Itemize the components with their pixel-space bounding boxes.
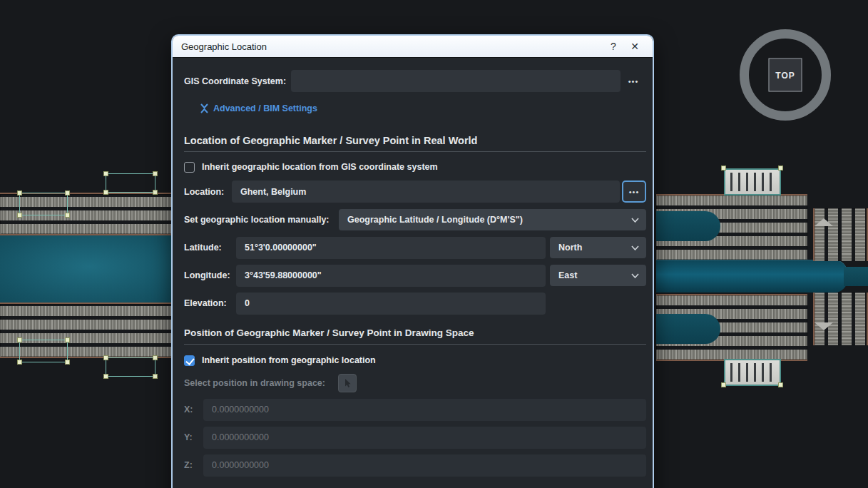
selection-frame — [19, 340, 68, 362]
view-cube-top-face[interactable]: TOP — [769, 59, 802, 92]
inherit-geographic-location-checkbox[interactable] — [184, 162, 195, 173]
location-label: Location: — [184, 187, 232, 197]
pick-position-button[interactable] — [338, 374, 357, 392]
ellipsis-icon: ••• — [629, 188, 640, 196]
z-input — [203, 454, 646, 477]
dialog-titlebar[interactable]: Geographic Location ? ✕ — [173, 36, 653, 57]
z-label: Z: — [184, 460, 203, 470]
ladder-block — [724, 359, 781, 386]
longitude-hemisphere-dropdown[interactable]: East — [550, 265, 646, 286]
y-input — [203, 427, 646, 449]
advanced-bim-settings-label: Advanced / BIM Settings — [213, 103, 317, 113]
select-position-label: Select position in drawing space: — [184, 378, 332, 388]
manual-location-value: Geographic Latitude / Longitude (D°M'S") — [347, 215, 626, 225]
section-divider — [184, 151, 646, 152]
chevron-down-icon — [631, 245, 639, 250]
selection-frame — [106, 173, 155, 193]
water-patch — [656, 211, 720, 241]
close-button[interactable]: ✕ — [624, 38, 645, 55]
cursor-icon — [343, 378, 352, 388]
x-input — [203, 399, 646, 421]
side-truss — [813, 293, 868, 345]
x-label: X: — [184, 405, 203, 415]
location-browse-button[interactable]: ••• — [622, 181, 646, 203]
side-truss — [813, 208, 868, 261]
elevation-label: Elevation: — [184, 298, 236, 308]
view-cube[interactable]: TOP — [740, 29, 831, 121]
real-world-section-heading: Location of Geographic Marker / Survey P… — [184, 135, 646, 146]
water-patch — [656, 314, 720, 344]
geographic-location-dialog: Geographic Location ? ✕ GIS Coordinate S… — [171, 34, 654, 488]
help-button[interactable]: ? — [603, 38, 624, 55]
arrow-marker-down — [815, 322, 833, 330]
selection-frame — [106, 357, 155, 377]
selection-frame — [19, 193, 68, 215]
gis-browse-button[interactable]: ••• — [621, 70, 646, 92]
dialog-body: GIS Coordinate System: ••• Advanced / BI… — [173, 57, 653, 488]
latitude-label: Latitude: — [184, 243, 236, 253]
inherit-position-checkbox[interactable] — [184, 355, 195, 366]
lock-deck — [656, 260, 847, 293]
arrow-marker-up — [815, 218, 833, 226]
collapse-icon — [200, 103, 209, 113]
inherit-geographic-location-label: Inherit geographic location from GIS coo… — [202, 162, 438, 172]
drawing-space-section-heading: Position of Geographic Marker / Survey P… — [184, 327, 646, 338]
manual-location-label: Set geographic location manually: — [184, 215, 339, 225]
longitude-input[interactable] — [236, 265, 546, 287]
ladder-block — [724, 168, 781, 195]
latitude-hemisphere-value: North — [558, 243, 626, 253]
chevron-down-icon — [631, 273, 639, 278]
longitude-hemisphere-value: East — [558, 270, 626, 280]
elevation-input[interactable] — [236, 293, 546, 315]
cad-viewport[interactable]: TOP Geographic Location ? ✕ GIS Coordina… — [0, 0, 868, 488]
dialog-title: Geographic Location — [181, 41, 603, 52]
latitude-input[interactable] — [236, 237, 546, 259]
section-divider — [184, 344, 646, 345]
longitude-label: Longitude: — [184, 270, 236, 280]
gis-coordinate-system-label: GIS Coordinate System: — [184, 76, 291, 86]
manual-location-dropdown[interactable]: Geographic Latitude / Longitude (D°M'S") — [339, 209, 646, 230]
location-input[interactable] — [232, 181, 620, 203]
lock-deck-extension — [844, 267, 868, 286]
latitude-hemisphere-dropdown[interactable]: North — [550, 237, 646, 258]
chevron-down-icon — [631, 218, 639, 223]
y-label: Y: — [184, 432, 203, 442]
inherit-position-label: Inherit position from geographic locatio… — [202, 355, 376, 365]
ellipsis-icon: ••• — [628, 77, 639, 86]
gis-coordinate-system-input[interactable] — [291, 70, 621, 92]
advanced-bim-settings-link[interactable]: Advanced / BIM Settings — [200, 103, 317, 113]
